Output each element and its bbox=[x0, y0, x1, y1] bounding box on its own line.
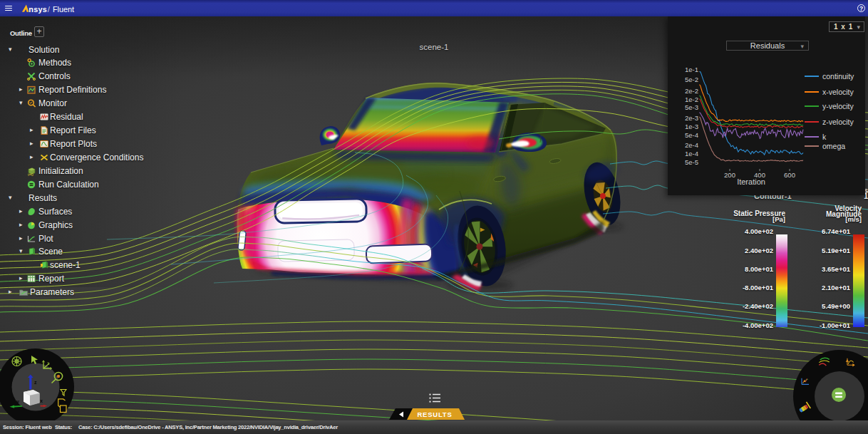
svg-text:x: x bbox=[40, 398, 43, 403]
svg-text:nsys: nsys bbox=[29, 5, 47, 14]
svg-text:/: / bbox=[48, 5, 51, 14]
svg-text:Fluent: Fluent bbox=[53, 5, 74, 14]
svg-text:RESULTS: RESULTS bbox=[417, 410, 452, 418]
svg-text:z: z bbox=[34, 380, 37, 385]
svg-text:y: y bbox=[16, 399, 19, 405]
